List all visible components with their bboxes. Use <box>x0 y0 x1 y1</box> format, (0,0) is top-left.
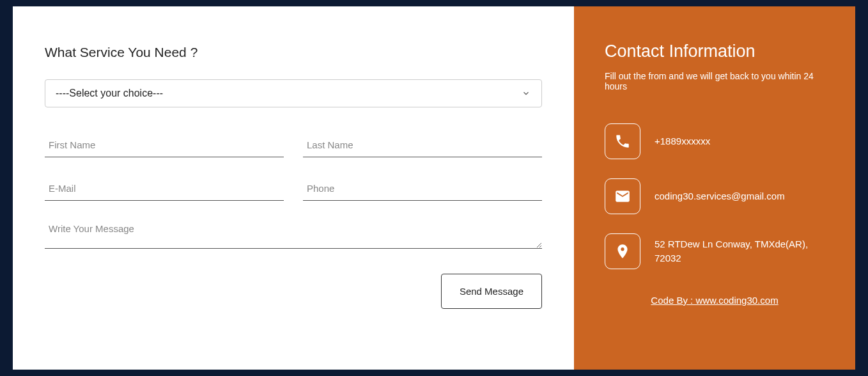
contact-container: What Service You Need ? ----Select your … <box>13 6 855 370</box>
phone-text: +1889xxxxxx <box>655 134 710 149</box>
select-placeholder: ----Select your choice--- <box>56 88 163 99</box>
contact-address-item: 52 RTDew Ln Conway, TMXde(AR), 72032 <box>605 233 825 269</box>
contact-email-item: coding30.services@gmail.com <box>605 178 825 214</box>
code-by-link[interactable]: Code By : www.coding30.com <box>651 295 778 306</box>
code-link-wrapper: Code By : www.coding30.com <box>605 295 825 306</box>
email-text: coding30.services@gmail.com <box>655 189 785 204</box>
phone-input[interactable] <box>303 176 542 201</box>
form-grid <box>45 133 542 201</box>
form-section: What Service You Need ? ----Select your … <box>13 6 574 370</box>
phone-icon <box>605 123 640 159</box>
message-textarea[interactable] <box>45 217 542 249</box>
location-icon <box>605 233 640 269</box>
form-title: What Service You Need ? <box>45 45 542 60</box>
contact-phone-item: +1889xxxxxx <box>605 123 825 159</box>
button-row: Send Message <box>45 274 542 309</box>
send-message-button[interactable]: Send Message <box>441 274 542 309</box>
info-title: Contact Information <box>605 42 825 61</box>
info-subtitle: Fill out the from and we will get back t… <box>605 71 825 91</box>
info-section: Contact Information Fill out the from an… <box>574 6 855 370</box>
last-name-input[interactable] <box>303 133 542 157</box>
service-select[interactable]: ----Select your choice--- <box>45 79 542 107</box>
chevron-down-icon <box>521 88 531 98</box>
email-input[interactable] <box>45 176 284 201</box>
email-icon <box>605 178 640 214</box>
first-name-input[interactable] <box>45 133 284 157</box>
address-text: 52 RTDew Ln Conway, TMXde(AR), 72032 <box>655 237 825 266</box>
